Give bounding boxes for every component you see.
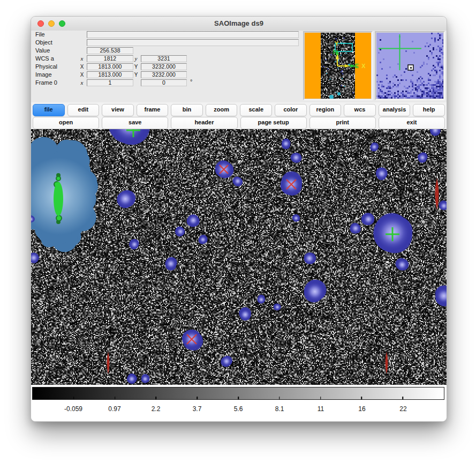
frame-label: Frame 0 (35, 79, 57, 86)
info-panel: File Object Value 256.538 WCS a x 1812 y… (31, 31, 447, 102)
physical-x-axis-label: X (79, 63, 85, 70)
window-title: SAOImage ds9 (31, 19, 447, 27)
menu-row-main: file edit view frame bin zoom scale colo… (33, 104, 445, 115)
image-y-axis-label: Y (133, 71, 139, 78)
colorbar-tick (197, 397, 198, 399)
menu-button-view[interactable]: view (102, 104, 134, 116)
magnifier-canvas[interactable] (376, 33, 443, 99)
menu-button-region[interactable]: region (309, 104, 342, 116)
menu-row-file-actions: open save header page setup print exit (33, 117, 445, 128)
object-field[interactable] (87, 39, 299, 46)
image-x-axis-label: X (79, 71, 85, 78)
colorbar-tick (238, 397, 239, 399)
colorbar-tick-label: 22 (399, 405, 406, 413)
colorbar-tick (156, 397, 157, 399)
colorbar: -0.059 0.97 2.2 3.7 5.6 8.1 11 16 22 (31, 385, 447, 421)
colorbar-tick-label: -0.059 (64, 405, 82, 413)
menu-button-bin[interactable]: bin (171, 104, 203, 116)
file-field[interactable] (87, 31, 299, 38)
menu-button-help[interactable]: help (413, 104, 445, 116)
colorbar-tick (320, 397, 321, 399)
panner-canvas[interactable] (305, 33, 371, 99)
colorbar-tick-label: 11 (318, 405, 324, 413)
value-field[interactable]: 256.538 (87, 47, 133, 54)
colorbar-tick-label: 0.97 (108, 405, 120, 413)
menu-button-color[interactable]: color (275, 104, 307, 116)
colorbar-tick (115, 397, 116, 399)
degree-symbol: ° (190, 78, 192, 85)
image-y-field[interactable]: 3232.000 (141, 71, 187, 78)
frame-x-axis-label: x (79, 79, 85, 86)
menu-button-header[interactable]: header (171, 117, 237, 129)
colorbar-tick (73, 397, 74, 399)
physical-y-field[interactable]: 3232.000 (141, 63, 187, 70)
menu-button-frame[interactable]: frame (137, 104, 169, 116)
menu-button-open[interactable]: open (33, 117, 99, 129)
image-display[interactable] (31, 129, 447, 385)
menu-button-analysis[interactable]: analysis (379, 104, 411, 116)
menu-button-file[interactable]: file (33, 104, 65, 116)
value-label: Value (35, 47, 50, 54)
colorbar-gradient[interactable] (32, 387, 444, 400)
menu-button-exit[interactable]: exit (379, 117, 445, 129)
ds9-window: SAOImage ds9 File Object Value 256.538 W… (31, 16, 447, 422)
menu-button-print[interactable]: print (309, 117, 376, 129)
colorbar-tick (402, 397, 403, 399)
frame-rotation-field[interactable]: 0 (141, 79, 187, 86)
wcs-y-axis-label: y (133, 55, 139, 62)
magnifier-panel[interactable] (375, 31, 445, 100)
menu-button-save[interactable]: save (102, 117, 168, 129)
menu-button-scale[interactable]: scale (240, 104, 272, 116)
menu-button-edit[interactable]: edit (67, 104, 100, 116)
colorbar-tick (279, 397, 280, 399)
frame-zoom-field[interactable]: 1 (87, 79, 133, 86)
physical-label: Physical (35, 63, 57, 70)
physical-x-field[interactable]: 1813.000 (87, 63, 133, 70)
colorbar-tick-label: 2.2 (152, 405, 161, 413)
physical-y-axis-label: Y (133, 63, 139, 70)
file-label: File (35, 31, 45, 38)
image-x-field[interactable]: 1813.000 (87, 71, 133, 78)
object-label: Object (35, 39, 52, 46)
colorbar-tick-label: 8.1 (275, 405, 284, 413)
panner-panel[interactable] (303, 31, 373, 100)
wcs-label: WCS a (35, 55, 54, 62)
colorbar-tick-label: 16 (358, 405, 365, 413)
desktop: { "window": { "title": "SAOImage ds9" },… (0, 0, 476, 462)
wcs-x-axis-label: x (79, 55, 85, 62)
menu-bar: file edit view frame bin zoom scale colo… (31, 102, 447, 129)
menu-button-wcs[interactable]: wcs (344, 104, 376, 116)
colorbar-tick (361, 397, 362, 399)
wcs-x-field[interactable]: 1812 (87, 55, 133, 62)
menu-button-page-setup[interactable]: page setup (240, 117, 307, 129)
wcs-y-field[interactable]: 3231 (141, 55, 187, 62)
colorbar-tick-label: 3.7 (193, 405, 202, 413)
title-bar[interactable]: SAOImage ds9 (31, 17, 447, 31)
menu-button-zoom[interactable]: zoom (206, 104, 238, 116)
image-label: Image (35, 71, 52, 78)
colorbar-tick-label: 5.6 (234, 405, 243, 413)
